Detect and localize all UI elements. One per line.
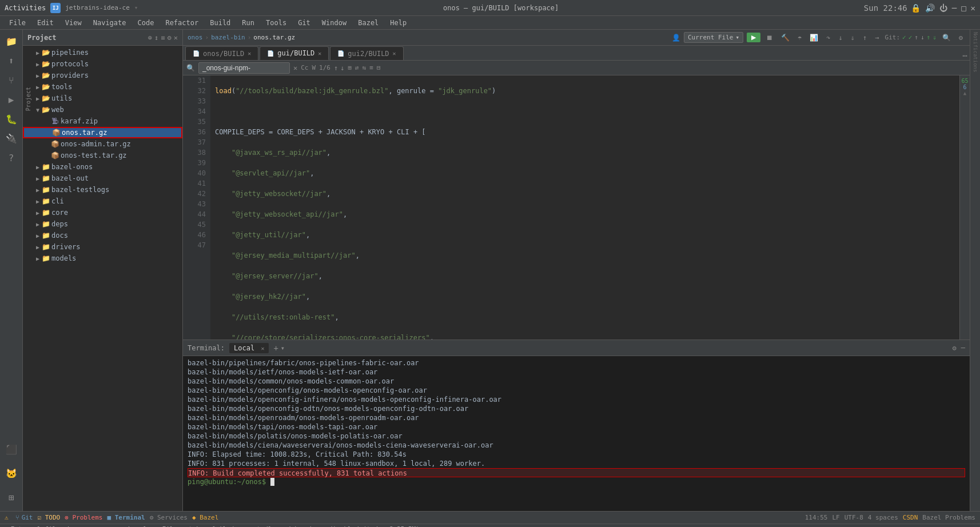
menu-edit[interactable]: Edit: [33, 18, 58, 28]
status-terminal-btn[interactable]: ■ Terminal: [107, 514, 145, 521]
clear-search-icon[interactable]: ✕: [293, 64, 297, 72]
terminal-side-icon[interactable]: ⬛: [2, 440, 21, 458]
power-icon[interactable]: ⏻: [939, 3, 947, 13]
whole-word-btn[interactable]: W: [312, 64, 316, 71]
menu-help[interactable]: Help: [385, 18, 411, 28]
multi-line-btn[interactable]: ⊞: [348, 64, 352, 71]
status-git-btn[interactable]: ⑂ Git: [15, 514, 33, 521]
tree-item-providers[interactable]: ▶ 📂 providers: [23, 70, 182, 81]
tree-item-tools[interactable]: ▶ 📂 tools: [23, 81, 182, 93]
tree-item-onos-test-tar[interactable]: 📦 onos-test.tar.gz: [23, 150, 182, 161]
current-file-dropdown[interactable]: Current File ▾: [684, 32, 743, 43]
status-services-btn[interactable]: ⚙ Services: [150, 514, 188, 521]
preserve-case-btn[interactable]: ⇄: [355, 64, 359, 71]
step-into-btn[interactable]: ↓: [836, 33, 845, 43]
run-button[interactable]: ▶: [747, 33, 760, 42]
git-down-icon[interactable]: ↓: [921, 34, 925, 41]
tab-onos-build[interactable]: 📄 onos/BUILD ✕: [185, 46, 258, 60]
tree-item-web[interactable]: ▼ 📂 web: [23, 104, 182, 115]
terminal-settings-btn[interactable]: ⚙: [953, 344, 957, 352]
tree-item-cli[interactable]: ▶ 📁 cli: [23, 195, 182, 207]
menu-refactor[interactable]: Refactor: [161, 18, 203, 28]
tree-item-protocols[interactable]: ▶ 📂 protocols: [23, 58, 182, 70]
git-push-icon[interactable]: ⇑: [927, 34, 931, 41]
tree-item-docs[interactable]: ▶ 📁 docs: [23, 230, 182, 241]
close-panel-icon[interactable]: ✕: [174, 34, 178, 42]
status-problems-btn[interactable]: ⊗ Problems: [65, 514, 102, 521]
cat-icon[interactable]: 🐱: [2, 464, 21, 482]
menu-git[interactable]: Git: [293, 18, 315, 28]
step-out-btn[interactable]: ↑: [861, 33, 869, 43]
tab-close-icon[interactable]: ✕: [393, 50, 396, 57]
menu-window[interactable]: Window: [317, 18, 351, 28]
close-icon[interactable]: ✕: [971, 3, 975, 13]
status-indent[interactable]: 4 spaces: [868, 514, 898, 521]
tree-item-onos-admin-tar[interactable]: 📦 onos-admin.tar.gz: [23, 138, 182, 150]
vcs-icon[interactable]: ⑂: [2, 71, 21, 89]
activities-button[interactable]: Activities: [5, 4, 46, 12]
tree-item-core[interactable]: ▶ 📁 core: [23, 207, 182, 218]
plugins-icon[interactable]: 🔌: [2, 129, 21, 147]
menu-view[interactable]: View: [61, 18, 86, 28]
menu-file[interactable]: File: [5, 18, 30, 28]
profile-icon[interactable]: 👤: [672, 34, 680, 42]
status-bazel-btn[interactable]: ◆ Bazel: [192, 514, 218, 521]
commit-icon[interactable]: ⬆: [2, 51, 21, 70]
app-icon[interactable]: IJ: [50, 3, 61, 13]
terminal-dropdown-btn[interactable]: ▾: [281, 344, 285, 352]
more-tabs-icon[interactable]: ⋯: [963, 51, 967, 60]
match-case-btn[interactable]: Cc: [301, 64, 308, 71]
build-btn[interactable]: 🔨: [779, 33, 792, 43]
menu-tools[interactable]: Tools: [261, 18, 291, 28]
minimize-icon[interactable]: ─: [952, 3, 957, 13]
tree-item-models[interactable]: ▶ 📁 models: [23, 253, 182, 264]
search-everywhere-btn[interactable]: 🔍: [940, 33, 953, 43]
status-line-ending[interactable]: LF: [832, 514, 839, 521]
in-selection-btn[interactable]: ≡: [369, 64, 373, 71]
maximize-icon[interactable]: □: [961, 3, 966, 13]
git-pull-icon[interactable]: ⇓: [933, 34, 937, 41]
breadcrumb-project[interactable]: onos: [188, 34, 203, 41]
menu-build[interactable]: Build: [205, 18, 235, 28]
menu-run[interactable]: Run: [237, 18, 259, 28]
tree-item-utils[interactable]: ▶ 📂 utils: [23, 93, 182, 104]
coverage-btn[interactable]: ☂: [795, 33, 804, 43]
debug-icon[interactable]: 🐛: [2, 110, 21, 128]
project-icon[interactable]: 📁: [2, 32, 21, 50]
step-over-btn[interactable]: ↷: [824, 33, 832, 43]
search-input[interactable]: [198, 62, 290, 74]
tree-item-bazel-testlogs[interactable]: ▶ 📁 bazel-testlogs: [23, 184, 182, 195]
expand-all-icon[interactable]: ↕: [154, 34, 158, 42]
tab-gui2-build[interactable]: 📄 gui2/BUILD ✕: [330, 46, 403, 60]
run-to-cursor-btn[interactable]: →: [873, 33, 881, 43]
terminal-tab-close[interactable]: ✕: [261, 345, 264, 352]
tree-item-karaf-zip[interactable]: 🗜 karaf.zip: [23, 115, 182, 127]
settings-btn[interactable]: ⚙: [957, 33, 965, 43]
status-encoding[interactable]: UTF-8: [844, 514, 863, 521]
terminal-tab-local[interactable]: Local ✕: [229, 343, 269, 353]
replace-btn[interactable]: ⇆: [362, 64, 366, 71]
prev-result-btn[interactable]: ↑: [334, 64, 338, 72]
terminal-content[interactable]: bazel-bin/pipelines/fabric/onos-pipeline…: [183, 356, 970, 511]
add-terminal-btn[interactable]: +: [273, 344, 278, 353]
settings-icon[interactable]: ⚙: [168, 34, 172, 42]
help-icon[interactable]: ?: [2, 149, 21, 167]
status-bazel-problems[interactable]: Bazel Problems: [922, 514, 975, 521]
tree-item-deps[interactable]: ▶ 📁 deps: [23, 218, 182, 230]
breadcrumb-folder[interactable]: bazel-bin: [211, 34, 245, 41]
tree-item-pipelines[interactable]: ▶ 📂 pipelines: [23, 47, 182, 58]
tree-item-bazel-out[interactable]: ▶ 📁 bazel-out: [23, 173, 182, 184]
run-icon[interactable]: ▶: [2, 90, 21, 109]
tree-item-onos-tar[interactable]: 📦 onos.tar.gz: [23, 127, 182, 138]
grid-icon[interactable]: ⊞: [2, 488, 21, 506]
git-check-icon[interactable]: ✓: [902, 34, 906, 41]
tab-close-icon[interactable]: ✕: [248, 50, 251, 57]
volume-icon[interactable]: 🔊: [925, 3, 935, 13]
tab-gui-build[interactable]: 📄 gui/BUILD ✕: [260, 46, 329, 60]
git-check2-icon[interactable]: ✓: [909, 34, 913, 41]
expand-minimap-btn[interactable]: ▲: [963, 90, 966, 96]
menu-bazel[interactable]: Bazel: [353, 18, 383, 28]
git-up-icon[interactable]: ↑: [914, 34, 918, 41]
menu-code[interactable]: Code: [133, 18, 159, 28]
code-editor[interactable]: 31 32 33 34 35 36 37 38 39 40 41 42 43 4…: [183, 75, 970, 340]
